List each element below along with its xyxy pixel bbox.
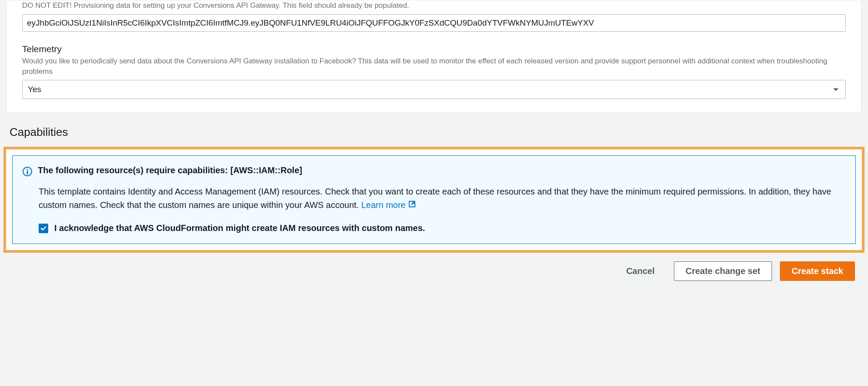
footer-actions: Cancel Create change set Create stack: [0, 253, 868, 285]
create-stack-button[interactable]: Create stack: [780, 261, 855, 281]
capabilities-highlight-box: The following resource(s) require capabi…: [3, 147, 865, 253]
provisioning-data-input[interactable]: [22, 14, 846, 32]
external-link-icon: [408, 198, 416, 212]
telemetry-label: Telemetry: [22, 44, 846, 54]
learn-more-text: Learn more: [361, 198, 406, 212]
create-change-set-button[interactable]: Create change set: [674, 261, 772, 281]
cancel-button[interactable]: Cancel: [615, 262, 666, 280]
capabilities-info-body: This template contains Identity and Acce…: [39, 185, 846, 212]
capabilities-heading: Capabilities: [10, 125, 868, 139]
telemetry-help-text: Would you like to periodically send data…: [22, 56, 846, 77]
acknowledge-label[interactable]: I acknowledge that AWS CloudFormation mi…: [54, 223, 425, 233]
capabilities-info-box: The following resource(s) require capabi…: [12, 155, 856, 244]
svg-rect-2: [27, 171, 28, 175]
info-icon: [22, 166, 33, 179]
parameters-panel: DO NOT EDIT! Provisioning data for setti…: [7, 0, 861, 112]
capabilities-info-title: The following resource(s) require capabi…: [38, 165, 302, 175]
telemetry-select[interactable]: Yes: [22, 80, 846, 99]
svg-point-1: [26, 169, 28, 170]
provisioning-help-text: DO NOT EDIT! Provisioning data for setti…: [22, 0, 846, 11]
acknowledge-checkbox[interactable]: [39, 224, 48, 233]
capabilities-info-text: This template contains Identity and Acce…: [39, 187, 831, 210]
learn-more-link[interactable]: Learn more: [361, 198, 416, 212]
